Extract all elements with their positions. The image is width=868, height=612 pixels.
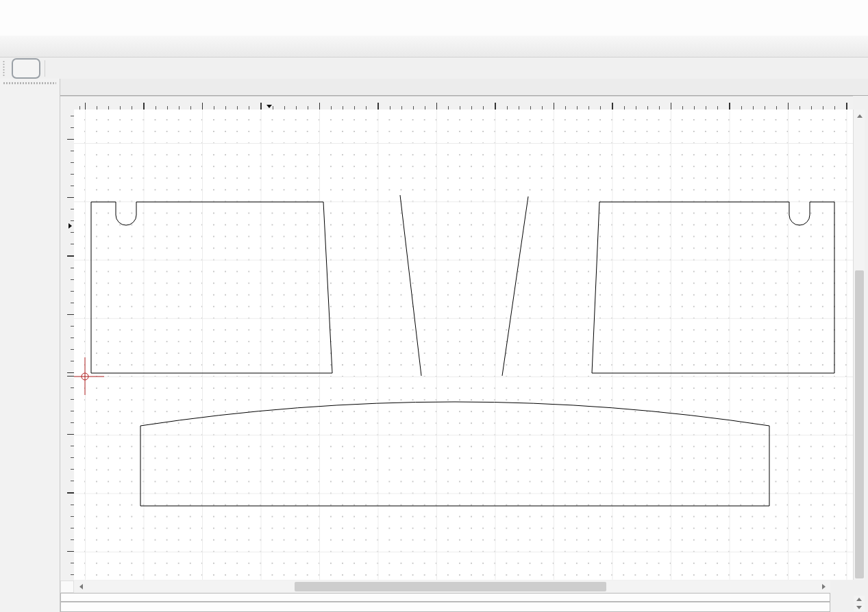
vertical-scroll-thumb[interactable] <box>855 270 864 578</box>
scroll-left-button[interactable] <box>74 582 88 591</box>
qcad-window <box>0 0 868 612</box>
vertical-scrollbar[interactable] <box>853 110 865 580</box>
scrollbar-corner <box>60 581 74 593</box>
ruler-corner <box>60 96 74 110</box>
main-toolbar <box>0 36 868 58</box>
horizontal-scroll-thumb[interactable] <box>295 582 606 591</box>
zoom-scale-indicator <box>830 581 866 593</box>
selection-pointer-button[interactable] <box>12 58 40 79</box>
scroll-up-button[interactable] <box>854 111 865 120</box>
scroll-down-button[interactable] <box>854 604 865 611</box>
ruler-cursor-marker <box>69 223 72 229</box>
ruler-cursor-marker <box>266 105 272 108</box>
origin-crosshair <box>74 357 104 395</box>
bottom-brace-outline[interactable] <box>140 402 769 506</box>
menu-bar <box>0 19 868 36</box>
drawing-canvas[interactable] <box>74 110 853 580</box>
status-message <box>60 593 830 602</box>
tab-bar <box>60 79 868 96</box>
horizontal-ruler <box>74 96 853 110</box>
ruler-major-ticks <box>67 110 74 580</box>
toolbar-drag-handle[interactable] <box>2 60 5 77</box>
palette-drag-handle[interactable] <box>3 81 56 85</box>
right-panel-outline[interactable] <box>592 202 834 373</box>
vertical-ruler <box>60 110 74 580</box>
tool-palette <box>0 79 60 612</box>
status-bar <box>60 593 853 612</box>
status-format <box>60 602 830 612</box>
title-bar <box>0 0 868 19</box>
toolbar-separator <box>45 60 45 77</box>
left-panel-outline[interactable] <box>91 202 332 373</box>
center-panel-inner-edges[interactable] <box>400 195 528 376</box>
scroll-right-button[interactable] <box>817 582 830 591</box>
scroll-up-button[interactable] <box>854 596 865 603</box>
horizontal-scrollbar[interactable] <box>74 581 830 593</box>
secondary-toolbar <box>0 58 868 79</box>
ruler-major-ticks <box>74 103 853 110</box>
